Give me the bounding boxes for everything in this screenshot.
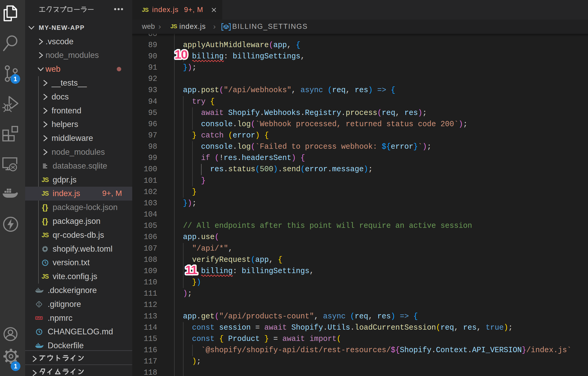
svg-text:11: 11 (185, 263, 197, 277)
svg-text:10: 10 (175, 47, 187, 61)
